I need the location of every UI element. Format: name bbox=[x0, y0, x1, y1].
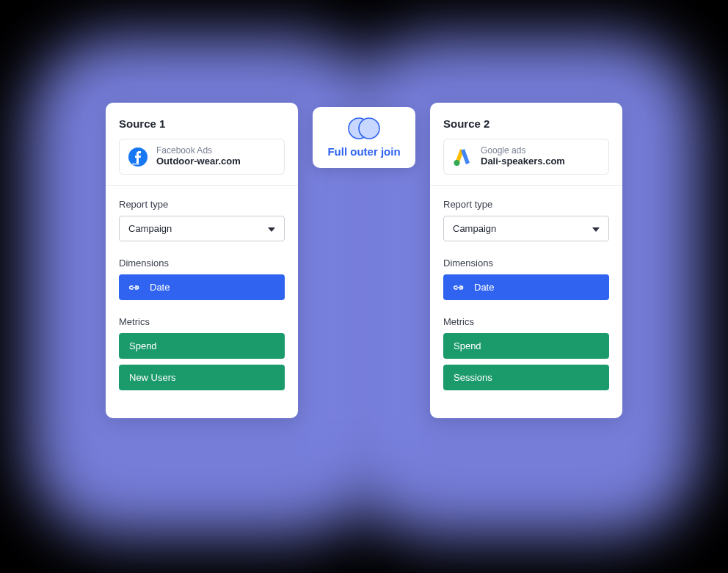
source2-report-type-label: Report type bbox=[443, 199, 609, 210]
source2-account: Dali-speakers.com bbox=[481, 156, 565, 168]
chevron-down-icon bbox=[268, 223, 275, 234]
link-icon bbox=[454, 284, 465, 291]
source2-platform: Google ads bbox=[481, 145, 565, 156]
divider bbox=[430, 185, 622, 186]
source2-title: Source 2 bbox=[443, 117, 609, 130]
venn-icon bbox=[320, 116, 408, 141]
svg-point-3 bbox=[359, 118, 379, 139]
source1-dimension-chip[interactable]: Date bbox=[119, 274, 285, 300]
source1-report-type-label: Report type bbox=[119, 199, 285, 210]
source1-metric2-label: New Users bbox=[129, 372, 176, 383]
join-label: Full outer join bbox=[320, 145, 408, 158]
source2-metric1-chip[interactable]: Spend bbox=[443, 333, 609, 359]
chevron-down-icon bbox=[592, 223, 600, 234]
source1-account: Outdoor-wear.com bbox=[156, 156, 241, 168]
source1-platform-box[interactable]: ads Facebook Ads Outdoor-wear.com bbox=[119, 139, 285, 175]
source1-card: Source 1 ads Facebook Ads Outdoor-wear.c… bbox=[106, 103, 298, 418]
source1-platform: Facebook Ads bbox=[156, 145, 241, 156]
source2-card: Source 2 Google ads Dali-speakers.com Re… bbox=[430, 103, 622, 418]
source1-report-type-value: Campaign bbox=[128, 223, 172, 234]
source2-report-type-value: Campaign bbox=[453, 223, 496, 234]
facebook-ads-icon: ads bbox=[127, 146, 149, 168]
source2-dimensions-label: Dimensions bbox=[443, 258, 609, 269]
google-ads-icon bbox=[451, 146, 473, 168]
link-icon bbox=[129, 284, 141, 291]
divider bbox=[106, 185, 298, 186]
source2-dimension-chip[interactable]: Date bbox=[443, 274, 609, 300]
source1-title: Source 1 bbox=[119, 117, 285, 130]
source1-metrics-label: Metrics bbox=[119, 316, 285, 327]
source2-report-type-select[interactable]: Campaign bbox=[443, 216, 609, 241]
source1-dimension-label: Date bbox=[150, 282, 170, 293]
source2-metric2-chip[interactable]: Sessions bbox=[443, 365, 609, 390]
source1-metric2-chip[interactable]: New Users bbox=[119, 365, 285, 390]
source2-metrics-label: Metrics bbox=[443, 316, 609, 327]
source1-metric1-chip[interactable]: Spend bbox=[119, 333, 285, 359]
source1-dimensions-label: Dimensions bbox=[119, 258, 285, 269]
source1-text: Facebook Ads Outdoor-wear.com bbox=[156, 145, 241, 168]
source2-text: Google ads Dali-speakers.com bbox=[481, 145, 565, 168]
svg-point-4 bbox=[454, 160, 460, 166]
source2-dimension-label: Date bbox=[474, 282, 494, 293]
source2-platform-box[interactable]: Google ads Dali-speakers.com bbox=[443, 139, 609, 175]
source1-metric1-label: Spend bbox=[129, 340, 157, 351]
source1-report-type-select[interactable]: Campaign bbox=[119, 216, 285, 241]
source2-metric1-label: Spend bbox=[454, 340, 481, 351]
stage: Source 1 ads Facebook Ads Outdoor-wear.c… bbox=[0, 103, 728, 418]
join-card[interactable]: Full outer join bbox=[313, 107, 415, 168]
svg-text:ads: ads bbox=[132, 161, 139, 166]
source2-metric2-label: Sessions bbox=[454, 372, 492, 383]
